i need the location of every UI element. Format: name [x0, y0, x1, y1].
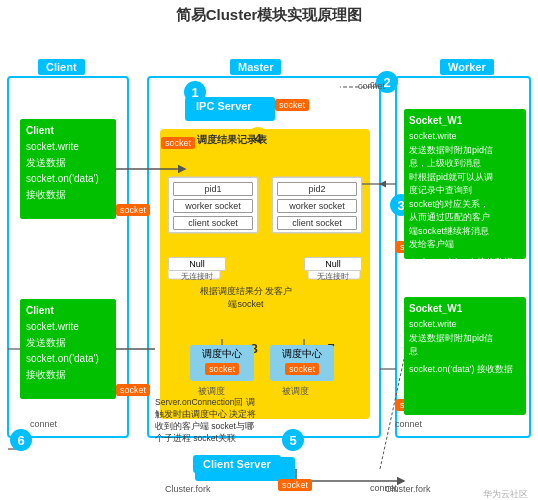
worker-region-label: Worker	[440, 59, 494, 75]
worker-bottom-bottom: socket.on('data') 接收数据	[409, 363, 521, 377]
badge-6: 6	[10, 429, 32, 451]
client-top-title: Client	[26, 123, 110, 139]
cluster-fork-label-left: Cluster.fork	[165, 484, 211, 494]
client-top-line1: socket.write发送数据	[26, 139, 110, 171]
client-bottom-title: Client	[26, 303, 110, 319]
watermark: 华为云社区	[483, 488, 528, 500]
svg-line-20	[380, 359, 404, 469]
dispatch-center-left: 调度中心 socket	[190, 345, 254, 381]
socket-badge-client-bottom: socket	[116, 384, 150, 396]
pid1-label: pid1	[173, 182, 253, 196]
client-socket-2: client socket	[277, 216, 357, 230]
cluster-fork-label-right: Cluster.fork	[385, 484, 431, 494]
dispatch-score-label: 根据调度结果分 发客户端socket	[196, 285, 296, 311]
socket-badge-dispatch-left: socket	[205, 363, 239, 375]
connet-label-worker-bottom: connet	[395, 419, 422, 429]
worker-socket-w1-top: Socket_W1 socket.write 发送数据时附加pid信 息，上级收…	[404, 109, 526, 259]
worker-top-bottom: socket.on('data') 接收数据	[409, 256, 521, 270]
connet-label-bottom: connet	[30, 419, 57, 429]
pid2-label: pid2	[277, 182, 357, 196]
socket-w1-bottom-title: Socket_W1	[409, 301, 521, 316]
server-on-connection-text: Server.onConnection回 调触发时由调度中心 决定将收到的客户端…	[155, 397, 260, 445]
dispatch-center-right: 调度中心 socket	[270, 345, 334, 381]
worker-top-text: socket.write 发送数据时附加pid信 息，上级收到消息 时根据pid…	[409, 130, 521, 252]
client-bottom-line1: socket.write发送数据	[26, 319, 110, 351]
socket-badge-dispatch-right: socket	[285, 363, 319, 375]
master-region-label: Master	[230, 59, 281, 75]
worker-bottom-text: socket.write 发送数据时附加pid信 息	[409, 318, 521, 359]
client-region-label: Client	[38, 59, 85, 75]
badge-5: 5	[282, 429, 304, 451]
ipc-server-box: IPC Server	[186, 97, 262, 115]
pid2-area: pid2 worker socket client socket	[272, 177, 362, 233]
connet-label-top: connet	[358, 81, 385, 91]
client-top-box: Client socket.write发送数据 socket.on('data'…	[20, 119, 116, 219]
client-top-line2: socket.on('data')接收数据	[26, 171, 110, 203]
worker-socket-2: worker socket	[277, 199, 357, 213]
worker-socket-w1-bottom: Socket_W1 socket.write 发送数据时附加pid信 息 soc…	[404, 297, 526, 415]
socket-badge-client-top: socket	[116, 204, 150, 216]
socket-badge-client-server: socket	[278, 479, 312, 491]
socket-badge-ipc-right: socket	[275, 99, 309, 111]
dispatched-right: 被调度	[282, 385, 309, 398]
dispatch-record-label: 调度结果记录表	[197, 133, 267, 147]
pid1-area: pid1 worker socket client socket	[168, 177, 258, 233]
client-socket-1: client socket	[173, 216, 253, 230]
main-title: 简易Cluster模块实现原理图	[0, 0, 538, 29]
client-bottom-box: Client socket.write发送数据 socket.on('data'…	[20, 299, 116, 399]
null-box-2: Null 无连接时	[304, 257, 362, 282]
socket-badge-ipc-left: socket	[161, 137, 195, 149]
null-box-1: Null 无连接时	[168, 257, 226, 282]
client-server-box: Client Server	[193, 455, 281, 473]
worker-socket-1: worker socket	[173, 199, 253, 213]
socket-w1-top-title: Socket_W1	[409, 113, 521, 128]
client-bottom-line2: socket.on('data')接收数据	[26, 351, 110, 383]
